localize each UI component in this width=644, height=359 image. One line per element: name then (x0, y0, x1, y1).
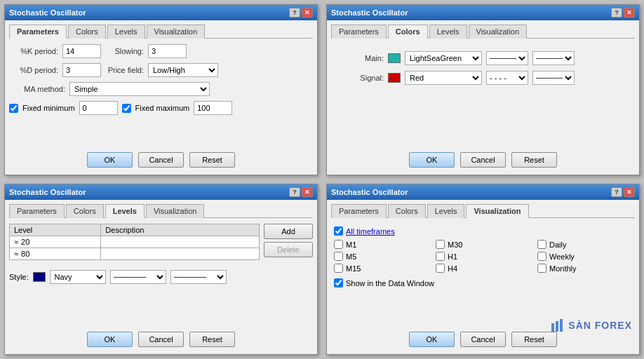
dialog-content-params: Parameters Colors Levels Visualization %… (5, 20, 317, 175)
monthly-checkbox[interactable] (537, 264, 546, 273)
m30-checkbox[interactable] (436, 240, 445, 249)
colors-form: Main: LightSeaGreen ────── ────── Signal… (331, 44, 635, 97)
help-button[interactable]: ? (289, 8, 300, 18)
tab-visualization-br[interactable]: Visualization (466, 204, 528, 218)
title-bar-buttons-br: ? ✕ (611, 187, 635, 197)
cancel-button-bl[interactable]: Cancel (138, 332, 184, 347)
tab-colors[interactable]: Colors (68, 25, 106, 39)
close-button[interactable]: ✕ (302, 8, 313, 18)
cancel-button-tr[interactable]: Cancel (460, 152, 506, 168)
signal-line-width-select[interactable]: ────── (532, 71, 575, 85)
main-line-width-select[interactable]: ────── (532, 51, 575, 65)
main-color-select[interactable]: LightSeaGreen (405, 51, 482, 65)
tab-levels-br[interactable]: Levels (427, 204, 465, 218)
style-row: Style: Navy ────── ────── (9, 270, 313, 284)
signal-color-swatch (388, 73, 401, 83)
m5-checkbox[interactable] (334, 252, 343, 261)
button-row-tl: OK Cancel Reset (9, 148, 313, 170)
kperiod-row: %K period: Slowing: (9, 44, 313, 58)
fixed-min-checkbox[interactable] (9, 104, 18, 113)
signal-color-select[interactable]: Red (405, 71, 482, 85)
tab-visualization[interactable]: Visualization (147, 25, 206, 39)
dperiod-input[interactable] (62, 63, 101, 77)
weekly-checkbox[interactable] (537, 252, 546, 261)
tab-parameters[interactable]: Parameters (9, 25, 67, 39)
style-width-select[interactable]: ────── (170, 270, 227, 284)
all-timeframes-label[interactable]: All timeframes (346, 227, 395, 236)
show-data-window-checkbox[interactable] (334, 278, 343, 287)
reset-button-tl[interactable]: Reset (189, 152, 235, 168)
dperiod-row: %D period: Price field: Low/High Close/C… (9, 63, 313, 77)
levels-table: Level Description ≈20 (9, 224, 260, 260)
daily-checkbox[interactable] (537, 240, 546, 249)
tab-levels-tr[interactable]: Levels (429, 25, 467, 39)
style-color-select[interactable]: Navy (50, 270, 106, 284)
tab-colors-tr[interactable]: Colors (388, 25, 428, 39)
title-bar-top-right: Stochastic Oscillator ? ✕ (327, 5, 639, 20)
help-button-tr[interactable]: ? (611, 8, 622, 18)
style-label: Style: (9, 273, 29, 281)
ok-button-br[interactable]: OK (409, 332, 455, 347)
fixed-min-row: Fixed minimum Fixed maximum (9, 101, 313, 115)
fixed-min-input[interactable] (79, 101, 118, 115)
fixed-max-input[interactable] (194, 101, 232, 115)
reset-button-br[interactable]: Reset (511, 332, 557, 347)
all-timeframes-checkbox[interactable] (334, 226, 343, 236)
fixed-max-checkbox[interactable] (122, 104, 131, 113)
dialog-title-top-right: Stochastic Oscillator (331, 8, 408, 17)
main-line-style-select[interactable]: ────── (486, 51, 528, 65)
level-desc-80 (101, 248, 260, 260)
button-row-bl: OK Cancel Reset (9, 327, 313, 350)
h4-item: H4 (436, 264, 530, 273)
ok-button-bl[interactable]: OK (87, 332, 133, 347)
close-button-tr[interactable]: ✕ (624, 8, 635, 18)
all-timeframes-row: All timeframes (334, 226, 632, 236)
price-field-select[interactable]: Low/High Close/Close (148, 63, 218, 77)
ma-method-select[interactable]: Simple Exponential Smoothed Linear Weigh… (69, 82, 210, 96)
help-button-br[interactable]: ? (611, 187, 622, 197)
cancel-button-tl[interactable]: Cancel (138, 152, 184, 168)
add-level-button[interactable]: Add (264, 224, 313, 239)
main-color-label: Main: (345, 54, 384, 62)
tab-levels[interactable]: Levels (107, 25, 145, 39)
tab-colors-br[interactable]: Colors (388, 204, 426, 218)
tab-parameters-bl[interactable]: Parameters (9, 204, 65, 218)
button-row-br: OK Cancel Reset (331, 327, 635, 350)
title-bar-br: Stochastic Oscillator ? ✕ (327, 184, 639, 200)
style-line-select[interactable]: ────── (110, 270, 166, 284)
help-button-bl[interactable]: ? (289, 187, 300, 197)
daily-item: Daily (537, 240, 632, 249)
m5-label: M5 (346, 252, 356, 261)
close-button-bl[interactable]: ✕ (302, 187, 313, 197)
tab-visualization-tr[interactable]: Visualization (469, 25, 528, 39)
col-level-header: Level (10, 224, 101, 236)
levels-left: Level Description ≈20 (9, 224, 260, 263)
ok-button-tr[interactable]: OK (409, 152, 455, 168)
timeframe-grid: M1 M30 Daily M5 H1 (334, 240, 632, 273)
cancel-button-br[interactable]: Cancel (460, 332, 506, 347)
slowing-input[interactable] (148, 44, 187, 58)
tab-colors-bl[interactable]: Colors (66, 204, 104, 218)
tab-levels-bl[interactable]: Levels (105, 204, 145, 218)
tab-visualization-bl[interactable]: Visualization (146, 204, 205, 218)
reset-button-tr[interactable]: Reset (511, 152, 557, 168)
title-bar-buttons: ? ✕ (289, 8, 313, 18)
m15-checkbox[interactable] (334, 264, 343, 273)
reset-button-bl[interactable]: Reset (189, 332, 235, 347)
delete-level-button[interactable]: Delete (264, 242, 313, 257)
kperiod-input[interactable] (62, 44, 101, 58)
levels-wrapper: Level Description ≈20 (9, 224, 313, 263)
signal-line-style-select[interactable]: - - - - (486, 71, 528, 85)
h1-checkbox[interactable] (436, 252, 445, 261)
h4-checkbox[interactable] (436, 264, 445, 273)
weekly-label: Weekly (549, 252, 575, 261)
dialog-top-right: Stochastic Oscillator ? ✕ Parameters Col… (326, 4, 640, 175)
tab-parameters-tr[interactable]: Parameters (331, 25, 387, 39)
signal-color-row: Signal: Red - - - - ────── (345, 71, 621, 85)
tab-parameters-br[interactable]: Parameters (331, 204, 387, 218)
close-button-br[interactable]: ✕ (624, 187, 635, 197)
ok-button-tl[interactable]: OK (87, 152, 133, 168)
daily-label: Daily (549, 241, 566, 249)
m1-checkbox[interactable] (334, 240, 343, 249)
tab-bar-br: Parameters Colors Levels Visualization (331, 204, 635, 218)
